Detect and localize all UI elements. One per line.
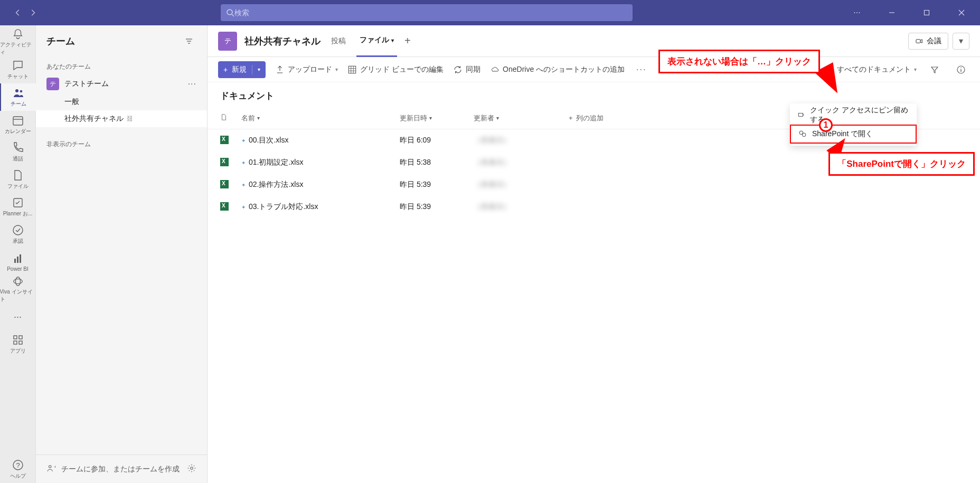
excel-icon: [220, 136, 229, 144]
table-row[interactable]: ✦03.トラブル対応.xlsx昨日 5:39（非表示）: [208, 196, 980, 218]
chevron-down-icon: ▾: [258, 67, 260, 72]
channel-avatar: テ: [218, 32, 237, 51]
svg-point-6: [15, 89, 18, 92]
menu-open-sharepoint[interactable]: SharePoint で開く: [790, 125, 917, 144]
svg-point-15: [13, 279, 22, 283]
rail-chat[interactable]: チャット: [0, 56, 36, 83]
sidebar-title: チーム: [46, 35, 182, 48]
manage-teams-button[interactable]: [187, 463, 196, 475]
col-name-header[interactable]: 名前▾: [241, 113, 400, 123]
join-create-team-button[interactable]: チームに参加、またはチームを作成: [61, 465, 180, 474]
upload-button[interactable]: アップロード▾: [275, 65, 338, 74]
team-more-button[interactable]: ···: [188, 79, 196, 89]
channel-header: テ 社外共有チャネル 投稿 ファイル▾ + 会議 ▾: [208, 25, 980, 57]
info-icon-button[interactable]: [953, 61, 969, 78]
file-modified-by: （非表示）: [474, 136, 569, 145]
context-menu: クイック アクセスにピン留めする SharePoint で開く: [790, 103, 917, 146]
window-close-button[interactable]: [949, 4, 974, 21]
grid-icon: [347, 65, 357, 74]
svg-rect-8: [13, 117, 23, 125]
new-indicator-icon: ✦: [241, 138, 246, 144]
rail-ellipsis[interactable]: ···: [0, 303, 36, 330]
content: テ 社外共有チャネル 投稿 ファイル▾ + 会議 ▾ +新規▾ アップロード▾ …: [208, 25, 980, 483]
search-box[interactable]: [221, 4, 633, 21]
filter-icon-button[interactable]: [926, 61, 943, 78]
annotation-callout-2: 「SharePointで開く」クリック: [828, 152, 975, 176]
sync-button[interactable]: 同期: [453, 65, 480, 74]
svg-text:+: +: [54, 465, 56, 469]
new-indicator-icon: ✦: [241, 160, 246, 166]
pin-icon: [797, 111, 805, 119]
your-teams-label: あなたのチーム: [36, 57, 207, 74]
hidden-teams-label: 非表示のチーム: [36, 135, 207, 152]
rail-calls[interactable]: 通話: [0, 138, 36, 166]
window-maximize-button[interactable]: [915, 4, 939, 21]
rail-approvals[interactable]: 承認: [0, 221, 36, 248]
sharepoint-icon: [798, 130, 807, 138]
col-type-header[interactable]: [220, 113, 241, 122]
rail-files[interactable]: ファイル: [0, 166, 36, 193]
svg-rect-13: [17, 257, 18, 263]
table-row[interactable]: ✦02.操作方法.xlsx昨日 5:39（非表示）: [208, 174, 980, 196]
svg-rect-14: [20, 254, 21, 263]
svg-point-26: [49, 466, 52, 468]
svg-point-16: [15, 277, 20, 286]
rail-viva[interactable]: Viva インサイト: [0, 276, 36, 303]
channel-external-shared[interactable]: 社外共有チャネル⛓: [36, 110, 207, 127]
meet-button[interactable]: 会議: [908, 33, 948, 50]
more-options-button[interactable]: ···: [845, 4, 869, 21]
plus-icon: +: [223, 65, 228, 74]
rail-powerbi[interactable]: Power BI: [0, 248, 36, 276]
excel-icon: [220, 158, 229, 166]
add-tab-button[interactable]: +: [404, 35, 411, 47]
team-name: テストチーム: [64, 79, 183, 89]
history-forward-button[interactable]: [26, 6, 39, 19]
rail-teams[interactable]: チーム: [0, 83, 36, 111]
toolbar-more-button[interactable]: ···: [634, 65, 648, 74]
onedrive-shortcut-button[interactable]: OneDrive へのショートカットの追加: [490, 65, 625, 74]
rail-calendar[interactable]: カレンダー: [0, 111, 36, 138]
team-row[interactable]: テ テストチーム ···: [36, 74, 207, 93]
file-name: 01.初期設定.xlsx: [249, 158, 303, 167]
meet-dropdown-button[interactable]: ▾: [953, 33, 969, 50]
svg-rect-12: [14, 259, 16, 263]
file-modified-by: （非表示）: [474, 180, 569, 190]
view-selector[interactable]: すべてのドキュメント▾: [825, 65, 917, 74]
window-minimize-button[interactable]: [880, 4, 904, 21]
team-avatar: テ: [46, 78, 59, 90]
video-icon: [915, 37, 924, 45]
rail-help[interactable]: ?ヘルプ: [0, 456, 36, 483]
rail-planner[interactable]: Planner お...: [0, 193, 36, 221]
shared-channel-icon: ⛓: [127, 115, 133, 122]
history-back-button[interactable]: [12, 6, 24, 19]
rail-apps[interactable]: アプリ: [0, 330, 36, 358]
upload-icon: [275, 65, 285, 74]
add-column-button[interactable]: +列の追加: [569, 113, 604, 123]
menu-pin-quick-access[interactable]: クイック アクセスにピン留めする: [790, 106, 917, 125]
tab-posts[interactable]: 投稿: [328, 25, 349, 57]
svg-rect-18: [19, 336, 22, 339]
channel-general[interactable]: 一般: [36, 93, 207, 110]
rail-activity[interactable]: アクティビティ: [0, 29, 36, 56]
plus-icon: +: [569, 114, 573, 122]
tab-files[interactable]: ファイル▾: [356, 25, 397, 57]
new-button[interactable]: +新規▾: [218, 61, 266, 78]
search-input[interactable]: [234, 8, 627, 17]
svg-rect-17: [14, 336, 17, 339]
svg-point-11: [13, 225, 23, 235]
excel-icon: [220, 180, 229, 188]
new-indicator-icon: ✦: [241, 204, 246, 210]
file-modified-date: 昨日 5:38: [400, 158, 474, 167]
titlebar: ···: [0, 0, 980, 25]
file-modified-by: （非表示）: [474, 202, 569, 212]
filter-button[interactable]: [182, 34, 196, 49]
col-modified-header[interactable]: 更新日時▾: [400, 113, 474, 123]
col-modifiedby-header[interactable]: 更新者▾: [474, 113, 569, 123]
svg-point-28: [191, 467, 193, 470]
svg-rect-20: [19, 341, 22, 344]
grid-edit-button[interactable]: グリッド ビューでの編集: [347, 65, 444, 74]
svg-point-43: [802, 133, 806, 137]
svg-point-7: [20, 90, 22, 93]
annotation-callout-1: 表示されない場合は「…」クリック: [658, 50, 820, 73]
sidebar-footer: + チームに参加、またはチームを作成: [36, 454, 207, 483]
